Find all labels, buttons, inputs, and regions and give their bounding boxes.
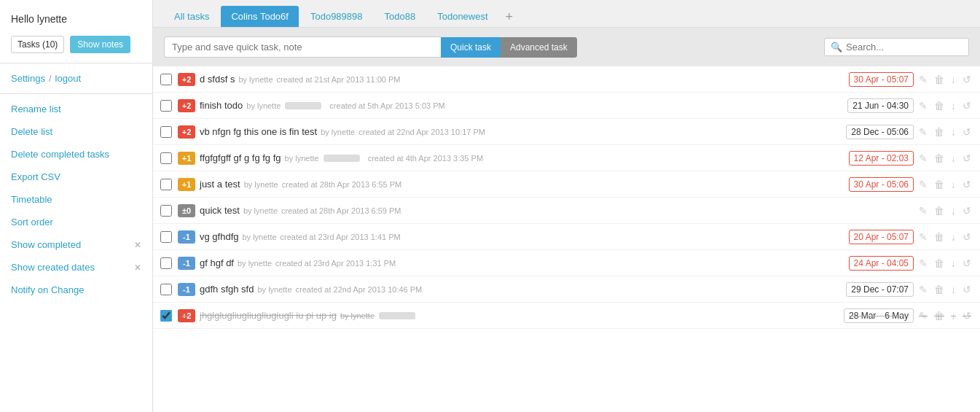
sidebar-item-x-show-completed[interactable]: ✕ — [134, 240, 141, 250]
task-row-right-9: 29 Dec - 07:07✎🗑↓↺ — [846, 282, 973, 297]
move-down-icon-10[interactable]: ↓ — [949, 310, 957, 322]
tab-todonewest[interactable]: Todonewest — [427, 6, 498, 27]
delete-icon-7[interactable]: 🗑 — [933, 231, 946, 243]
delete-icon-6[interactable]: 🗑 — [933, 205, 946, 217]
sidebar-nav: Rename listDelete listDelete completed t… — [0, 98, 152, 301]
tab-colins-todo6f[interactable]: Colins Todo6f — [221, 6, 299, 27]
refresh-icon-3[interactable]: ↺ — [961, 126, 973, 138]
edit-icon-8[interactable]: ✎ — [917, 257, 929, 269]
task-checkbox-2[interactable] — [160, 100, 172, 112]
sidebar-item-sort-order[interactable]: Sort order — [0, 211, 152, 233]
tasks-dropdown[interactable]: Tasks (10) — [11, 36, 64, 53]
delete-icon-4[interactable]: 🗑 — [933, 152, 946, 164]
tab-add-button[interactable]: + — [500, 10, 520, 23]
task-checkbox-4[interactable] — [160, 152, 172, 164]
delete-icon-9[interactable]: 🗑 — [933, 284, 946, 295]
task-by-5: by lynette — [244, 180, 278, 189]
quick-task-button[interactable]: Quick task — [441, 37, 501, 58]
task-title-5: just a test — [200, 179, 240, 190]
sidebar-item-delete-list[interactable]: Delete list — [0, 120, 152, 143]
refresh-icon-9[interactable]: ↺ — [961, 284, 973, 295]
sidebar-item-label-sort-order: Sort order — [11, 217, 53, 228]
edit-icon-2[interactable]: ✎ — [917, 100, 929, 112]
edit-icon-5[interactable]: ✎ — [917, 179, 929, 190]
delete-icon-2[interactable]: 🗑 — [933, 100, 946, 112]
task-row-right-8: 24 Apr - 04:05✎🗑↓↺ — [849, 256, 973, 271]
task-title-10: jhglglugliugliugliugiugli iu pi up ig — [200, 310, 337, 321]
delete-icon-5[interactable]: 🗑 — [933, 179, 946, 190]
refresh-icon-4[interactable]: ↺ — [961, 152, 973, 164]
delete-icon-10[interactable]: 🗑 — [933, 310, 946, 322]
edit-icon-4[interactable]: ✎ — [917, 152, 929, 164]
sidebar-item-x-show-created-dates[interactable]: ✕ — [134, 263, 141, 273]
move-down-icon-4[interactable]: ↓ — [949, 152, 957, 164]
task-checkbox-3[interactable] — [160, 126, 172, 138]
search-icon: 🔍 — [831, 42, 842, 53]
sidebar-item-label-delete-completed: Delete completed tasks — [11, 149, 109, 160]
edit-icon-9[interactable]: ✎ — [917, 284, 929, 295]
edit-icon-6[interactable]: ✎ — [917, 205, 929, 217]
refresh-icon-1[interactable]: ↺ — [961, 74, 973, 85]
task-title-7: vg gfhdfg — [200, 231, 239, 242]
refresh-icon-8[interactable]: ↺ — [961, 257, 973, 269]
move-down-icon-6[interactable]: ↓ — [949, 205, 957, 217]
settings-link[interactable]: Settings — [11, 73, 45, 84]
priority-badge-3: +2 — [178, 125, 195, 139]
task-by-8: by lynette — [238, 259, 272, 268]
tab-todo88[interactable]: Todo88 — [375, 6, 426, 27]
sidebar-item-notify-on-change[interactable]: Notify on Change — [0, 279, 152, 301]
logout-link[interactable]: logout — [55, 73, 81, 84]
task-created-2: created at 5th Apr 2013 5:03 PM — [329, 101, 444, 110]
refresh-icon-10[interactable]: ↺ — [961, 310, 973, 322]
sidebar-item-delete-completed[interactable]: Delete completed tasks — [0, 143, 152, 166]
task-due-date-1: 30 Apr - 05:07 — [849, 72, 914, 87]
quick-task-input[interactable] — [164, 36, 441, 58]
task-title-9: gdfh sfgh sfd — [200, 284, 254, 295]
sidebar-divider-2 — [0, 93, 152, 94]
delete-icon-3[interactable]: 🗑 — [933, 126, 946, 138]
sidebar-item-rename-list[interactable]: Rename list — [0, 98, 152, 120]
task-by-10: by lynette — [340, 311, 375, 320]
tab-all-tasks[interactable]: All tasks — [164, 6, 219, 27]
task-by-3: by lynette — [321, 128, 355, 136]
refresh-icon-2[interactable]: ↺ — [961, 100, 973, 112]
refresh-icon-7[interactable]: ↺ — [961, 231, 973, 243]
move-down-icon-8[interactable]: ↓ — [949, 257, 957, 269]
task-checkbox-6[interactable] — [160, 205, 172, 217]
edit-icon-10[interactable]: ✎ — [917, 310, 929, 322]
sidebar-item-label-export-csv: Export CSV — [11, 171, 60, 182]
sidebar-item-export-csv[interactable]: Export CSV — [0, 166, 152, 188]
edit-icon-3[interactable]: ✎ — [917, 126, 929, 138]
task-row-right-10: 28 Mar—6 May✎🗑↓↺ — [844, 308, 973, 323]
move-down-icon-7[interactable]: ↓ — [949, 231, 957, 243]
task-checkbox-5[interactable] — [160, 179, 172, 190]
priority-badge-9: -1 — [178, 283, 195, 296]
show-notes-button[interactable]: Show notes — [70, 36, 130, 53]
task-checkbox-7[interactable] — [160, 231, 172, 243]
tab-todo989898[interactable]: Todo989898 — [300, 6, 373, 27]
task-by-1: by lynette — [238, 75, 273, 84]
sidebar-item-label-delete-list: Delete list — [11, 126, 52, 137]
move-down-icon-2[interactable]: ↓ — [949, 100, 957, 112]
advanced-task-button[interactable]: Advanced task — [501, 37, 577, 58]
sidebar-item-show-completed[interactable]: Show completed✕ — [0, 233, 152, 256]
sidebar-item-timetable[interactable]: Timetable — [0, 188, 152, 211]
edit-icon-7[interactable]: ✎ — [917, 231, 929, 243]
search-input[interactable] — [846, 42, 963, 53]
sidebar-item-show-created-dates[interactable]: Show created dates✕ — [0, 256, 152, 279]
task-checkbox-1[interactable] — [160, 74, 172, 85]
task-checkbox-10[interactable] — [160, 310, 172, 322]
task-checkbox-8[interactable] — [160, 257, 172, 269]
refresh-icon-5[interactable]: ↺ — [961, 179, 973, 190]
delete-icon-8[interactable]: 🗑 — [933, 257, 946, 269]
move-down-icon-5[interactable]: ↓ — [949, 179, 957, 190]
move-down-icon-1[interactable]: ↓ — [949, 74, 957, 85]
move-down-icon-3[interactable]: ↓ — [949, 126, 957, 138]
move-down-icon-9[interactable]: ↓ — [949, 284, 957, 295]
delete-icon-1[interactable]: 🗑 — [933, 74, 946, 85]
task-due-date-10: 28 Mar—6 May — [844, 308, 914, 323]
task-checkbox-9[interactable] — [160, 284, 172, 295]
task-progress-10 — [379, 312, 415, 319]
refresh-icon-6[interactable]: ↺ — [961, 205, 973, 217]
edit-icon-1[interactable]: ✎ — [917, 74, 929, 85]
